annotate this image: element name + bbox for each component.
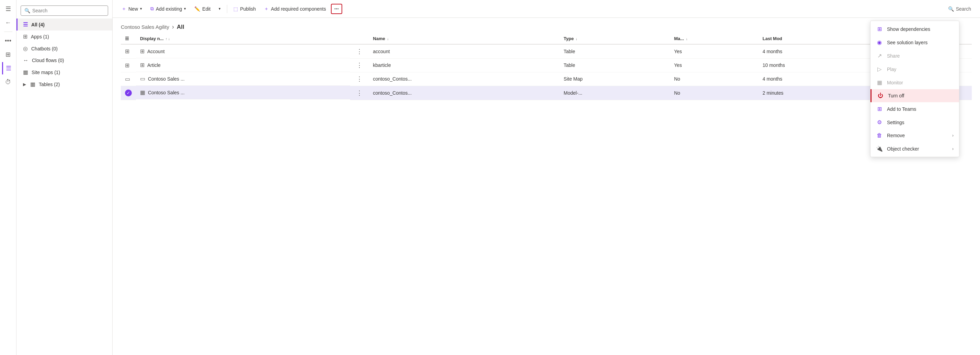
new-button[interactable]: ＋ New ▾ — [118, 4, 146, 14]
row-type: Model-... — [560, 86, 670, 100]
ellipsis-icon[interactable]: ••• — [2, 35, 14, 47]
sidebar-search-input[interactable] — [32, 8, 104, 13]
menu-item-remove[interactable]: 🗑 Remove › — [870, 129, 959, 142]
more-dots-icon: ··· — [334, 6, 339, 12]
row-last-modified: 4 months — [759, 44, 883, 58]
hamburger-icon[interactable]: ☰ — [2, 3, 14, 15]
menu-item-share: ↗ Share — [870, 49, 959, 62]
menu-item-turn-off[interactable]: ⏻ Turn off — [870, 89, 959, 102]
sidebar-item-chatbots[interactable]: ◎ Chatbots (0) — [16, 43, 112, 54]
breadcrumb-parent[interactable]: Contoso Sales Agility — [121, 24, 169, 30]
edit-button[interactable]: ✏️ Edit — [191, 4, 214, 14]
add-existing-button[interactable]: ⧉ Add existing ▾ — [147, 4, 189, 14]
dots-icon[interactable]: ⋮ — [354, 90, 365, 97]
row-select-cell[interactable]: ⊞ — [121, 44, 136, 58]
table-row[interactable]: ⊞⊞Article⋮kbarticleTableYes10 months — [121, 58, 972, 72]
sidebar-item-all-label: All (4) — [31, 22, 45, 27]
row-last-modified: 2 minutes — [759, 86, 883, 100]
row-type-icon: ⊞ — [125, 48, 129, 54]
row-context-menu-button[interactable]: ⋮ — [350, 86, 369, 100]
sort-icon: ↑ ↓ — [165, 37, 170, 41]
list-active-icon[interactable]: ☰ — [2, 62, 14, 74]
toolbar-search[interactable]: 🔍 Search — [945, 4, 975, 14]
more-options-button[interactable]: ··· — [331, 4, 342, 14]
table-row[interactable]: ⊞⊞Account⋮accountTableYes4 months — [121, 44, 972, 58]
menu-item-label: Turn off — [888, 93, 904, 98]
edit-chevron-button[interactable]: ▾ — [215, 5, 224, 13]
breadcrumb: Contoso Sales Agility › All — [113, 18, 980, 33]
site-maps-icon: ▦ — [23, 69, 28, 76]
submenu-chevron-icon: › — [952, 146, 954, 151]
toolbar-search-label: Search — [956, 6, 971, 12]
toolbar: ＋ New ▾ ⧉ Add existing ▾ ✏️ Edit ▾ ⬚ Pub… — [113, 0, 980, 18]
menu-item-label: Remove — [887, 133, 905, 138]
main-content: ＋ New ▾ ⧉ Add existing ▾ ✏️ Edit ▾ ⬚ Pub… — [113, 0, 980, 355]
cloud-flows-icon: ↔ — [23, 57, 29, 63]
add-to-teams-icon: ⊞ — [876, 106, 883, 112]
row-check-icon: ✓ — [125, 90, 132, 97]
row-managed: Yes — [670, 58, 759, 72]
menu-item-label: Share — [887, 53, 900, 59]
see-solution-layers-icon: ◉ — [876, 39, 883, 46]
sidebar-item-cloud-flows[interactable]: ↔ Cloud flows (0) — [16, 54, 112, 66]
edit-label: Edit — [202, 6, 210, 12]
history-icon[interactable]: ⏱ — [2, 76, 14, 88]
row-name: account — [369, 44, 560, 58]
row-select-cell[interactable]: ⊞ — [121, 58, 136, 72]
row-display-name: ⊞Account — [136, 44, 350, 58]
row-type: Table — [560, 44, 670, 58]
sidebar-search-icon: 🔍 — [24, 8, 30, 13]
object-checker-icon: 🔌 — [876, 146, 883, 152]
col-display-name[interactable]: Display n... ↑ ↓ — [136, 33, 350, 44]
row-context-menu-button[interactable]: ⋮ — [350, 72, 369, 86]
row-icon-table: ⊞ — [140, 48, 145, 54]
row-last-modified: 4 months — [759, 72, 883, 86]
col-managed[interactable]: Ma... ↓ — [670, 33, 759, 44]
col-type[interactable]: Type ↓ — [560, 33, 670, 44]
rail-divider — [4, 32, 12, 32]
add-existing-chevron-icon: ▾ — [184, 6, 186, 11]
grid-icon[interactable]: ⊞ — [2, 48, 14, 61]
row-select-cell[interactable]: ▭ — [121, 72, 136, 86]
sidebar-item-tables[interactable]: ▶ ▦ Tables (2) — [16, 78, 112, 90]
sidebar-search-box[interactable]: 🔍 — [21, 5, 108, 16]
add-required-label: Add required components — [271, 6, 326, 12]
menu-item-label: Add to Teams — [887, 106, 916, 112]
publish-icon: ⬚ — [234, 6, 238, 12]
table-row[interactable]: ▭▭Contoso Sales ...⋮contoso_Contos...Sit… — [121, 72, 972, 86]
row-type: Table — [560, 58, 670, 72]
menu-item-show-dependencies[interactable]: ⊞ Show dependencies — [870, 22, 959, 36]
dots-icon[interactable]: ⋮ — [354, 62, 365, 68]
col-last-modified[interactable]: Last Mod — [759, 33, 883, 44]
select-all-icon[interactable]: ☰ — [125, 36, 129, 41]
col-name[interactable]: Name ↓ — [369, 33, 560, 44]
monitor-icon: ▦ — [876, 79, 883, 86]
all-icon: ☰ — [23, 21, 28, 28]
sidebar: 🔍 ☰ All (4) ⊞ Apps (1) ◎ Chatbots (0) ↔ … — [16, 0, 113, 355]
menu-item-settings[interactable]: ⚙ Settings — [870, 116, 959, 129]
table-row[interactable]: ✓▦Contoso Sales ...⋮contoso_Contos...Mod… — [121, 86, 972, 100]
add-required-button[interactable]: ＋ Add required components — [261, 4, 329, 14]
play-icon: ▷ — [876, 66, 883, 72]
row-context-menu-button[interactable]: ⋮ — [350, 44, 369, 58]
col-dots — [350, 33, 369, 44]
dots-icon[interactable]: ⋮ — [354, 76, 365, 82]
publish-button[interactable]: ⬚ Publish — [230, 4, 259, 14]
row-managed: Yes — [670, 44, 759, 58]
menu-item-label: Show dependencies — [887, 26, 930, 32]
expand-icon: ▶ — [23, 82, 26, 87]
menu-item-object-checker[interactable]: 🔌 Object checker › — [870, 142, 959, 155]
sidebar-item-site-maps[interactable]: ▦ Site maps (1) — [16, 66, 112, 78]
dots-icon[interactable]: ⋮ — [354, 48, 365, 55]
row-context-menu-button[interactable]: ⋮ — [350, 58, 369, 72]
row-name: contoso_Contos... — [369, 72, 560, 86]
row-select-cell[interactable]: ✓ — [121, 86, 136, 100]
tables-icon: ▦ — [30, 81, 35, 87]
menu-item-add-to-teams[interactable]: ⊞ Add to Teams — [870, 102, 959, 116]
sidebar-item-site-maps-label: Site maps (1) — [32, 70, 60, 75]
row-icon-table: ▦ — [140, 89, 145, 96]
sidebar-item-apps[interactable]: ⊞ Apps (1) — [16, 30, 112, 43]
back-icon[interactable]: ← — [2, 16, 14, 29]
menu-item-see-solution-layers[interactable]: ◉ See solution layers — [870, 36, 959, 49]
sidebar-item-all[interactable]: ☰ All (4) — [16, 19, 112, 30]
